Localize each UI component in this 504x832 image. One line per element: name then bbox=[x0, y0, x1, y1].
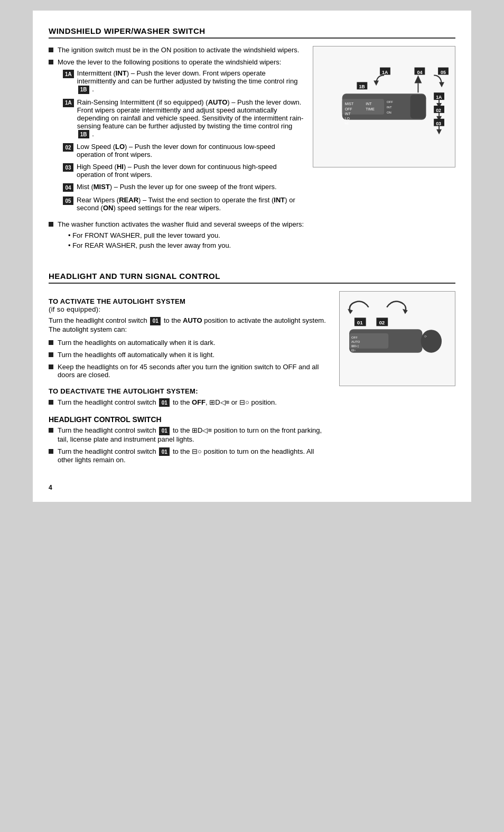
list-item: For REAR WASHER, push the lever away fro… bbox=[68, 241, 304, 249]
svg-text:04: 04 bbox=[417, 70, 422, 75]
list-item: Turn the headlight control switch 01 to … bbox=[49, 447, 331, 464]
badge-04: 04 bbox=[63, 183, 73, 192]
svg-text:05: 05 bbox=[441, 70, 446, 75]
svg-text:03: 03 bbox=[436, 121, 441, 126]
bullet-icon bbox=[49, 428, 53, 433]
badge-02: 02 bbox=[63, 143, 73, 152]
wiper-bullet-2-container: Move the lever to the following position… bbox=[58, 58, 304, 216]
svg-text:OFF: OFF bbox=[351, 336, 358, 339]
svg-text:LO: LO bbox=[345, 117, 350, 120]
svg-text:02: 02 bbox=[436, 108, 441, 113]
bullet-icon bbox=[49, 60, 53, 64]
badge-1b-inline: 1B bbox=[78, 86, 89, 94]
badge-01-control2: 01 bbox=[159, 447, 170, 456]
wiper-diagram: MIST OFF INT LO HI INT TIME OFF INT ON 0… bbox=[313, 46, 455, 256]
bullet-icon bbox=[49, 364, 53, 369]
wiper-bullet-2: Move the lever to the following position… bbox=[58, 58, 281, 66]
wiper-text: The ignition switch must be in the ON po… bbox=[49, 46, 304, 256]
svg-marker-38 bbox=[403, 309, 408, 314]
list-item: 04 Mist (MIST) – Push the lever up for o… bbox=[58, 183, 304, 192]
wiper-bullet-1: The ignition switch must be in the ON po… bbox=[58, 46, 299, 54]
list-item: 1A Rain-Sensing Intermittent (if so equi… bbox=[58, 98, 304, 139]
wiper-section: WINDSHIELD WIPER/WASHER SWITCH The ignit… bbox=[49, 26, 455, 256]
autolight-title: TO ACTIVATE THE AUTOLIGHT SYSTEM (if so … bbox=[49, 297, 331, 313]
svg-marker-13 bbox=[414, 76, 422, 83]
list-item: Turn the headlight control switch 01 to … bbox=[49, 398, 331, 407]
svg-text:INT: INT bbox=[345, 112, 351, 116]
item-05-text: Rear Wipers (REAR) – Twist the end secti… bbox=[77, 196, 304, 212]
svg-text:MIST: MIST bbox=[345, 102, 354, 106]
deactivate-text: Turn the headlight control switch 01 to … bbox=[58, 398, 277, 407]
headlight-svg: 01 02 OFF AUTO ⊞D◁ ⊟○ ⟳ bbox=[339, 291, 455, 386]
page: WINDSHIELD WIPER/WASHER SWITCH The ignit… bbox=[33, 11, 471, 502]
list-item: 03 High Speed (HI) – Push the lever down… bbox=[58, 163, 304, 179]
control-bullet-1: Turn the headlight control switch 01 to … bbox=[58, 426, 331, 443]
list-item: 05 Rear Wipers (REAR) – Twist the end se… bbox=[58, 196, 304, 212]
svg-text:⟳: ⟳ bbox=[424, 335, 427, 338]
badge-01-autolight: 01 bbox=[150, 317, 161, 325]
svg-marker-22 bbox=[374, 80, 379, 86]
autolight-bullet-3: Keep the headlights on for 45 seconds af… bbox=[58, 363, 331, 379]
svg-text:OFF: OFF bbox=[387, 100, 393, 104]
wiper-section-title: WINDSHIELD WIPER/WASHER SWITCH bbox=[49, 26, 455, 39]
headlight-section-title: HEADLIGHT AND TURN SIGNAL CONTROL bbox=[49, 272, 455, 284]
svg-marker-34 bbox=[436, 129, 442, 135]
svg-text:INT: INT bbox=[387, 106, 392, 109]
list-item: Turn the headlight control switch 01 to … bbox=[49, 426, 331, 443]
list-item: The ignition switch must be in the ON po… bbox=[49, 46, 304, 54]
svg-text:⊞D◁: ⊞D◁ bbox=[351, 344, 359, 348]
washer-sub-list: For FRONT WASHER, pull the lever toward … bbox=[58, 231, 304, 249]
autolight-title-text: TO ACTIVATE THE AUTOLIGHT SYSTEM bbox=[49, 297, 185, 305]
autolight-paragraph: Turn the headlight control switch 01 to … bbox=[49, 316, 331, 333]
svg-marker-17 bbox=[439, 82, 444, 87]
badge-01-deactivate: 01 bbox=[159, 398, 170, 407]
badge-1a-second: 1A bbox=[63, 99, 74, 107]
list-item: Turn the headlights on automatically whe… bbox=[49, 339, 331, 347]
list-item: 02 Low Speed (LO) – Push the lever down … bbox=[58, 143, 304, 158]
list-item: Keep the headlights on for 45 seconds af… bbox=[49, 363, 331, 379]
headlight-left-text: TO ACTIVATE THE AUTOLIGHT SYSTEM (if so … bbox=[49, 291, 331, 468]
bullet-icon bbox=[49, 48, 53, 52]
bullet-icon bbox=[49, 340, 53, 345]
wiper-section-content: The ignition switch must be in the ON po… bbox=[49, 46, 455, 256]
badge-1a-first: 1A bbox=[63, 70, 74, 78]
autolight-subtitle: (if so equipped): bbox=[49, 305, 100, 313]
svg-text:1B: 1B bbox=[359, 84, 365, 89]
svg-rect-2 bbox=[410, 95, 426, 119]
svg-text:HI: HI bbox=[345, 121, 349, 125]
item-03-text: High Speed (HI) – Push the lever down fo… bbox=[77, 163, 304, 179]
badge-01-control1: 01 bbox=[159, 427, 170, 435]
item-1a-auto-text: Rain-Sensing Intermittent (if so equippe… bbox=[77, 98, 304, 139]
deactivate-text1: Turn the headlight control switch bbox=[58, 398, 156, 406]
headlight-section: HEADLIGHT AND TURN SIGNAL CONTROL TO ACT… bbox=[49, 272, 455, 468]
deactivate-list: Turn the headlight control switch 01 to … bbox=[49, 398, 331, 407]
list-item: The washer function activates the washer… bbox=[49, 220, 304, 251]
item-04-text: Mist (MIST) – Push the lever up for one … bbox=[77, 183, 277, 191]
svg-text:02: 02 bbox=[379, 320, 385, 325]
list-item: Turn the headlights off automatically wh… bbox=[49, 351, 331, 359]
autolight-text1: Turn the headlight control switch bbox=[49, 316, 147, 324]
svg-text:ON: ON bbox=[387, 111, 391, 114]
bullet-icon bbox=[49, 449, 53, 454]
washer-text: The washer function activates the washer… bbox=[58, 220, 304, 228]
wiper-svg: MIST OFF INT LO HI INT TIME OFF INT ON 0… bbox=[313, 46, 455, 167]
headlight-diagram: 01 02 OFF AUTO ⊞D◁ ⊟○ ⟳ bbox=[339, 291, 455, 468]
control-switch-title: HEADLIGHT CONTROL SWITCH bbox=[49, 415, 331, 424]
svg-text:OFF: OFF bbox=[345, 107, 352, 111]
list-item: 1A Intermittent (INT) – Push the lever d… bbox=[58, 69, 304, 94]
autolight-bullet-list: Turn the headlights on automatically whe… bbox=[49, 339, 331, 379]
page-number: 4 bbox=[49, 484, 455, 491]
washer-container: The washer function activates the washer… bbox=[58, 220, 304, 251]
svg-text:1A: 1A bbox=[436, 95, 442, 100]
badge-1b-inline2: 1B bbox=[78, 130, 89, 138]
autolight-bullet-1: Turn the headlights on automatically whe… bbox=[58, 339, 216, 347]
svg-text:1A: 1A bbox=[382, 70, 388, 75]
svg-text:TIME: TIME bbox=[366, 107, 375, 111]
svg-marker-37 bbox=[348, 309, 353, 314]
bullet-icon bbox=[49, 400, 53, 405]
svg-text:01: 01 bbox=[357, 320, 363, 325]
control-bullet-2: Turn the headlight control switch 01 to … bbox=[58, 447, 331, 464]
list-item: For FRONT WASHER, pull the lever toward … bbox=[68, 231, 304, 239]
bullet-icon bbox=[49, 222, 53, 227]
svg-point-49 bbox=[421, 330, 442, 353]
